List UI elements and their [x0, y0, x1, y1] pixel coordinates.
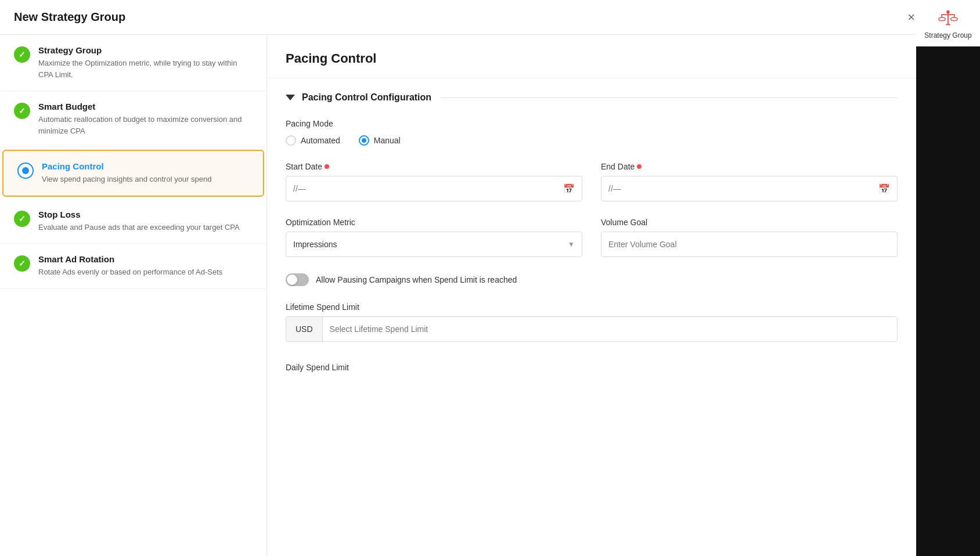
- lifetime-spend-limit-field[interactable]: [323, 324, 897, 334]
- strategy-group-check-icon: ✓: [14, 46, 30, 63]
- end-date-calendar-icon: 📅: [878, 183, 890, 194]
- daily-spend-limit-label: Daily Spend Limit: [286, 358, 898, 372]
- config-section: Pacing Control Configuration Pacing Mode…: [267, 78, 916, 386]
- metric-goal-row: Optimization Metric Impressions ▼ Volume…: [286, 218, 898, 257]
- lifetime-spend-limit-input[interactable]: USD: [286, 316, 898, 342]
- start-date-field[interactable]: [293, 184, 563, 193]
- radio-automated[interactable]: Automated: [286, 135, 340, 146]
- radio-automated-label: Automated: [301, 136, 340, 145]
- optimization-metric-select[interactable]: Impressions ▼: [286, 232, 582, 257]
- modal-title: New Strategy Group: [14, 10, 125, 24]
- volume-goal-input[interactable]: [601, 232, 898, 257]
- smart-budget-check-icon: ✓: [14, 103, 30, 119]
- collapse-icon[interactable]: [286, 95, 295, 100]
- section-title: Pacing Control: [286, 51, 898, 66]
- modal-container: New Strategy Group × Strategy Group ✓: [0, 0, 980, 556]
- radio-manual-label: Manual: [374, 136, 401, 145]
- stop-loss-check-icon: ✓: [14, 211, 30, 227]
- radio-manual-inner: [362, 138, 366, 143]
- date-row: Start Date 📅 End Date 📅: [286, 162, 898, 201]
- start-date-label: Start Date: [286, 162, 582, 171]
- end-date-input[interactable]: 📅: [601, 176, 898, 201]
- currency-badge: USD: [286, 317, 323, 341]
- balance-scale-icon: [937, 7, 959, 29]
- pacing-control-icon: [17, 163, 34, 179]
- end-date-field[interactable]: [608, 184, 878, 193]
- toggle-knob: [287, 275, 297, 285]
- pacing-mode-label: Pacing Mode: [286, 119, 898, 128]
- volume-goal-label: Volume Goal: [601, 218, 898, 227]
- pacing-control-title: Pacing Control: [42, 161, 211, 171]
- section-header: Pacing Control: [267, 35, 916, 78]
- black-panel: [916, 35, 980, 556]
- optimization-metric-group: Optimization Metric Impressions ▼: [286, 218, 582, 257]
- start-date-group: Start Date 📅: [286, 162, 582, 201]
- start-date-input[interactable]: 📅: [286, 176, 582, 201]
- end-date-label: End Date: [601, 162, 898, 171]
- sidebar-item-smart-budget[interactable]: ✓ Smart Budget Automatic reallocation of…: [0, 91, 266, 147]
- modal-header: New Strategy Group × Strategy Group: [0, 0, 980, 35]
- radio-automated-outer: [286, 135, 296, 146]
- end-date-group: End Date 📅: [601, 162, 898, 201]
- strategy-group-icon-area: Strategy Group: [916, 0, 980, 46]
- lifetime-spend-limit-label: Lifetime Spend Limit: [286, 302, 898, 312]
- smart-budget-title: Smart Budget: [38, 102, 253, 111]
- sidebar-item-stop-loss[interactable]: ✓ Stop Loss Evaluate and Pause ads that …: [0, 199, 266, 244]
- strategy-group-title: Strategy Group: [38, 45, 253, 55]
- allow-pausing-label: Allow Pausing Campaigns when Spend Limit…: [316, 275, 517, 284]
- strategy-group-desc: Maximize the Optimization metric, while …: [38, 57, 253, 80]
- sidebar-item-strategy-group[interactable]: ✓ Strategy Group Maximize the Optimizati…: [0, 35, 266, 91]
- sidebar: ✓ Strategy Group Maximize the Optimizati…: [0, 0, 267, 556]
- section-divider: [441, 98, 898, 98]
- daily-spend-limit-group: Daily Spend Limit: [286, 358, 898, 372]
- pacing-mode-radio-group: Automated Manual: [286, 135, 898, 146]
- optimization-metric-arrow: ▼: [568, 240, 575, 248]
- volume-goal-field[interactable]: [608, 240, 890, 249]
- pacing-control-desc: View spend pacing insights and control y…: [42, 174, 211, 185]
- smart-ad-rotation-title: Smart Ad Rotation: [38, 254, 222, 264]
- smart-ad-rotation-desc: Rotate Ads evenly or based on performanc…: [38, 266, 222, 278]
- volume-goal-group: Volume Goal: [601, 218, 898, 257]
- optimization-metric-value: Impressions: [293, 240, 337, 249]
- optimization-metric-label: Optimization Metric: [286, 218, 582, 227]
- stop-loss-desc: Evaluate and Pause ads that are exceedin…: [38, 222, 240, 233]
- sidebar-item-pacing-control[interactable]: Pacing Control View spend pacing insight…: [2, 150, 264, 197]
- allow-pausing-toggle[interactable]: [286, 273, 309, 286]
- stop-loss-title: Stop Loss: [38, 210, 240, 219]
- svg-line-7: [954, 15, 954, 17]
- config-section-header: Pacing Control Configuration: [286, 92, 898, 103]
- end-date-required: [637, 164, 642, 169]
- radio-manual[interactable]: Manual: [359, 135, 401, 146]
- allow-pausing-row: Allow Pausing Campaigns when Spend Limit…: [286, 273, 898, 286]
- start-date-calendar-icon: 📅: [563, 183, 575, 194]
- sidebar-item-smart-ad-rotation[interactable]: ✓ Smart Ad Rotation Rotate Ads evenly or…: [0, 244, 266, 289]
- smart-ad-rotation-check-icon: ✓: [14, 255, 30, 272]
- lifetime-spend-limit-group: Lifetime Spend Limit USD: [286, 302, 898, 342]
- pacing-mode-section: Pacing Mode Automated Manual: [286, 119, 898, 146]
- main-content: Pacing Control Pacing Control Configurat…: [267, 0, 980, 556]
- start-date-required: [325, 164, 329, 169]
- svg-line-6: [942, 15, 942, 17]
- strategy-group-label: Strategy Group: [924, 31, 971, 39]
- smart-budget-desc: Automatic reallocation of budget to maxi…: [38, 114, 253, 136]
- config-section-title: Pacing Control Configuration: [302, 92, 431, 103]
- radio-manual-outer: [359, 135, 369, 146]
